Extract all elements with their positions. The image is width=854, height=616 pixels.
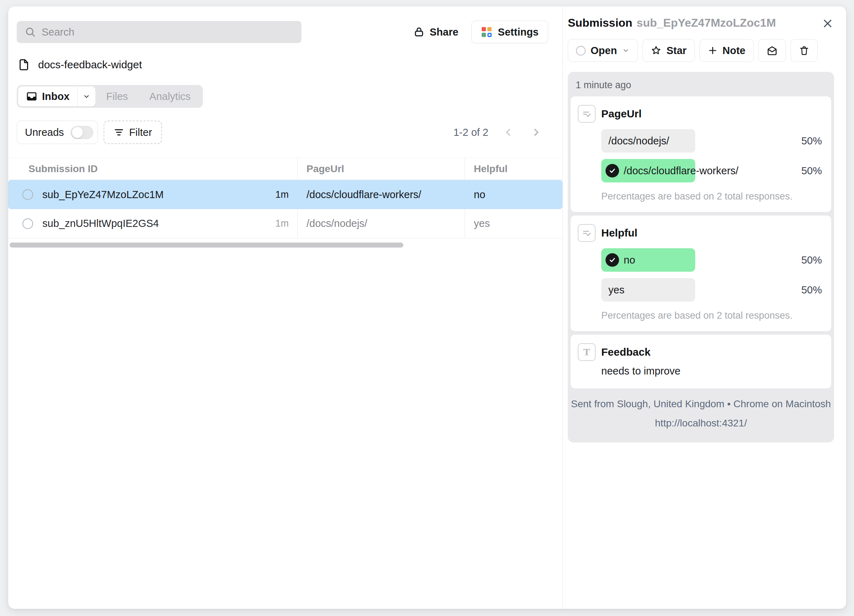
field-card-pageurl: PageUrl /docs/nodejs/ 50% — [570, 96, 831, 212]
option-label: no — [624, 254, 635, 266]
tab-inbox-label: Inbox — [42, 91, 69, 102]
row-select-radio[interactable] — [23, 218, 33, 229]
text-field-icon: T — [578, 343, 596, 361]
submission-helpful: yes — [465, 218, 563, 230]
star-button[interactable]: Star — [642, 39, 694, 62]
detail-title: Submission — [568, 16, 632, 29]
option-label: yes — [608, 284, 624, 296]
unreads-toggle[interactable] — [70, 126, 93, 139]
mark-unread-button[interactable] — [758, 39, 786, 62]
submission-time: 1m — [275, 218, 297, 229]
check-circle-icon — [605, 253, 619, 267]
option-label: /docs/cloudflare-workers/ — [624, 165, 738, 177]
submission-source-url: http://localhost:4321/ — [570, 418, 831, 440]
detail-submission-id: sub_EpYeZ47MzoLZoc1M — [636, 16, 776, 29]
inbox-icon — [26, 91, 37, 102]
settings-label: Settings — [498, 26, 538, 38]
toolbar: Share Settings — [17, 21, 548, 43]
table-row[interactable]: sub_EpYeZ47MzoLZoc1M 1m /docs/cloudflare… — [8, 180, 563, 209]
add-note-button[interactable]: Note — [700, 39, 753, 62]
field-card-helpful: Helpful no 50% — [570, 216, 831, 331]
horizontal-scrollbar[interactable] — [10, 243, 403, 248]
trash-icon — [799, 45, 810, 56]
list-controls: Unreads Filter 1-2 of 2 — [17, 120, 548, 144]
submission-id: sub_EpYeZ47MzoLZoc1M — [43, 189, 164, 201]
unreads-label: Unreads — [25, 126, 64, 138]
option-percentage: 50% — [789, 135, 822, 147]
tab-inbox[interactable]: Inbox — [18, 87, 77, 106]
check-circle-icon — [605, 164, 619, 178]
filter-icon — [114, 127, 124, 138]
formspark-logo-icon — [481, 26, 492, 38]
filter-button[interactable]: Filter — [104, 120, 162, 144]
previous-page-button[interactable] — [500, 125, 516, 140]
submission-pageurl: /docs/nodejs/ — [297, 218, 465, 230]
option-label: /docs/nodejs/ — [608, 135, 669, 147]
field-card-feedback: T Feedback needs to improve — [570, 335, 831, 388]
share-button[interactable]: Share — [413, 26, 459, 38]
project-title: docs-feedback-widget — [38, 59, 142, 71]
file-icon — [17, 58, 30, 71]
option-percentage: 50% — [789, 284, 822, 296]
search-box[interactable] — [17, 21, 302, 43]
field-title: Helpful — [601, 227, 637, 239]
next-page-button[interactable] — [528, 125, 544, 140]
inbox-views-dropdown[interactable] — [78, 87, 95, 106]
settings-button[interactable]: Settings — [471, 21, 548, 43]
app-window: Share Settings docs-feedback-widget — [8, 6, 846, 609]
column-header-submission-id: Submission ID — [8, 163, 297, 175]
list-check-icon — [578, 224, 596, 242]
tab-analytics[interactable]: Analytics — [139, 91, 201, 102]
status-dropdown[interactable]: Open — [568, 39, 638, 62]
note-label: Note — [723, 45, 746, 56]
submission-time: 1m — [275, 189, 297, 200]
close-button[interactable] — [821, 17, 834, 30]
column-header-helpful: Helpful — [465, 163, 563, 175]
submission-meta: Sent from Slough, United Kingdom • Chrom… — [570, 398, 831, 410]
option-percentage: 50% — [789, 254, 822, 266]
view-tabbar: Inbox Files Analytics — [17, 85, 203, 108]
choice-option: no 50% — [601, 248, 822, 272]
envelope-icon — [766, 45, 778, 56]
star-label: Star — [666, 45, 686, 56]
chevron-down-icon — [82, 92, 91, 100]
filter-label: Filter — [129, 126, 152, 138]
submissions-panel: Share Settings docs-feedback-widget — [8, 6, 563, 609]
unreads-filter-button[interactable]: Unreads — [17, 120, 98, 144]
field-title: Feedback — [601, 346, 650, 358]
list-check-icon — [578, 105, 596, 123]
submission-pageurl: /docs/cloudflare-workers/ — [297, 189, 465, 201]
submission-id: sub_znU5HltWpqIE2GS4 — [43, 218, 159, 230]
pagination-range: 1-2 of 2 — [453, 126, 488, 138]
status-label: Open — [590, 45, 617, 56]
project-row: docs-feedback-widget — [17, 57, 554, 72]
submission-helpful: no — [465, 189, 563, 201]
percentages-footnote: Percentages are based on 2 total respons… — [601, 191, 822, 202]
delete-button[interactable] — [791, 39, 818, 62]
submission-detail-panel: Submission sub_EpYeZ47MzoLZoc1M Open Sta… — [563, 6, 846, 609]
star-icon — [651, 45, 662, 56]
submissions-table: Submission ID PageUrl Helpful sub_EpYeZ4… — [8, 158, 563, 238]
plus-icon — [708, 46, 718, 55]
option-percentage: 50% — [789, 165, 822, 177]
submission-body: 1 minute ago PageUrl /docs/nodejs/ — [568, 72, 834, 443]
detail-header: Submission sub_EpYeZ47MzoLZoc1M — [568, 16, 834, 30]
choice-option: /docs/cloudflare-workers/ 50% — [601, 159, 822, 183]
search-icon — [24, 26, 36, 38]
pagination: 1-2 of 2 — [453, 125, 544, 140]
table-header: Submission ID PageUrl Helpful — [8, 158, 563, 180]
lock-icon — [413, 26, 425, 38]
column-header-pageurl: PageUrl — [297, 163, 465, 175]
tab-files[interactable]: Files — [95, 91, 139, 102]
chevron-down-icon — [622, 47, 630, 55]
status-open-icon — [576, 46, 586, 55]
choice-option: yes 50% — [601, 278, 822, 301]
toggle-knob — [72, 127, 83, 138]
row-select-radio[interactable] — [23, 189, 33, 200]
feedback-text: needs to improve — [601, 365, 822, 377]
table-row[interactable]: sub_znU5HltWpqIE2GS4 1m /docs/nodejs/ ye… — [8, 209, 563, 238]
search-input[interactable] — [42, 26, 294, 38]
share-label: Share — [430, 26, 459, 38]
submission-timestamp: 1 minute ago — [570, 75, 831, 96]
choice-option: /docs/nodejs/ 50% — [601, 129, 822, 152]
